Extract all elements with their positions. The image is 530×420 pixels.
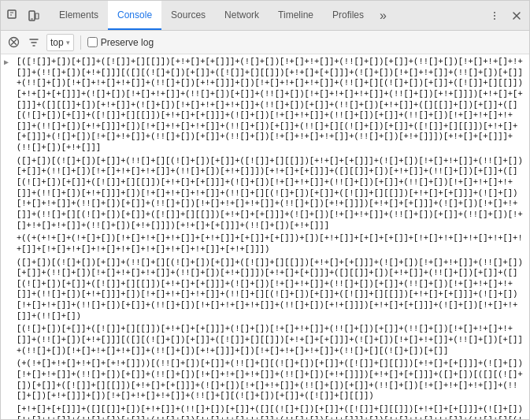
console-text: +((+(+!+[]+(!+[]+[])[!+[]+!+[]+!+[]]+[+!… [17, 233, 526, 255]
console-output[interactable]: ▶[([![]]+[])[+[]]+([![]]+[][[]])[+!+[]+[… [1, 54, 529, 420]
svg-point-5 [494, 15, 495, 17]
tab-list: Elements Console Sources Network Timelin… [50, 1, 485, 30]
console-line: ([]+[])[(![]+[])[+[]]+(!![]+[][(![]+[])[… [1, 257, 529, 324]
tab-console[interactable]: Console [108, 1, 161, 30]
tab-bar: Elements Console Sources Network Timelin… [1, 1, 529, 31]
tab-sources[interactable]: Sources [161, 1, 215, 30]
preserve-log-checkbox[interactable] [87, 37, 98, 47]
filter-button[interactable] [26, 35, 42, 50]
svg-point-4 [494, 12, 495, 13]
console-line: ▶[([![]]+[])[+[]]+([![]]+[][[]])[+!+[]+[… [1, 56, 529, 155]
close-devtools-icon[interactable] [507, 6, 526, 25]
console-line: [+!+[]+[+[]]]+([][[]]+[])[+!+[]]+(!![]+[… [1, 403, 529, 420]
more-tabs-button[interactable]: » [373, 1, 393, 30]
customize-devtools-icon[interactable] [485, 6, 504, 25]
inspect-element-icon[interactable] [4, 6, 23, 25]
clear-console-button[interactable] [6, 35, 21, 50]
tab-network[interactable]: Network [215, 1, 269, 30]
tab-timeline[interactable]: Timeline [269, 1, 323, 30]
tab-actions [485, 6, 526, 25]
console-text: [([![]]+[])[+[]]+([![]]+[][[]])[+!+[]+[+… [17, 57, 526, 154]
svg-point-6 [494, 18, 495, 20]
toolbar-divider [80, 35, 81, 50]
console-text: (+(!+[]+!+[]+!+[]+[+!+[]]))[(!![]+[])[+[… [17, 359, 526, 402]
console-line: [(![]+[])[+[]]+([![]]+[][[]])[+!+[]+[+[]… [1, 323, 529, 358]
console-line: ([]+[])[(![]+[])[+[]]+(!![]+[][(![]+[])[… [1, 155, 529, 232]
svg-rect-2 [35, 13, 39, 19]
devtools-icons [4, 6, 43, 25]
svg-rect-0 [8, 10, 16, 18]
tab-profiles[interactable]: Profiles [323, 1, 373, 30]
console-text: ([]+[])[(![]+[])[+[]]+(!![]+[][(![]+[])[… [17, 156, 526, 231]
console-line: +((+(+!+[]+(!+[]+[])[!+[]+!+[]+!+[]]+[+!… [1, 232, 529, 256]
console-text: [+!+[]+[+[]]]+([][[]]+[])[+!+[]]+(!![]+[… [17, 404, 526, 420]
console-text: ([]+[])[(![]+[])[+[]]+(!![]+[][(![]+[])[… [17, 258, 526, 322]
expand-arrow-icon[interactable]: ▶ [4, 58, 9, 68]
tab-elements[interactable]: Elements [50, 1, 108, 30]
console-text: [(![]+[])[+[]]+([![]]+[][[]])[+!+[]+[+[]… [17, 324, 526, 356]
device-toolbar-icon[interactable] [24, 6, 43, 25]
preserve-log-label[interactable]: Preserve log [87, 37, 154, 48]
console-line: (+(!+[]+!+[]+!+[]+[+!+[]]))[(!![]+[])[+[… [1, 358, 529, 403]
console-toolbar: top ▾ Preserve log [1, 31, 529, 54]
context-selector[interactable]: top ▾ [46, 34, 74, 51]
